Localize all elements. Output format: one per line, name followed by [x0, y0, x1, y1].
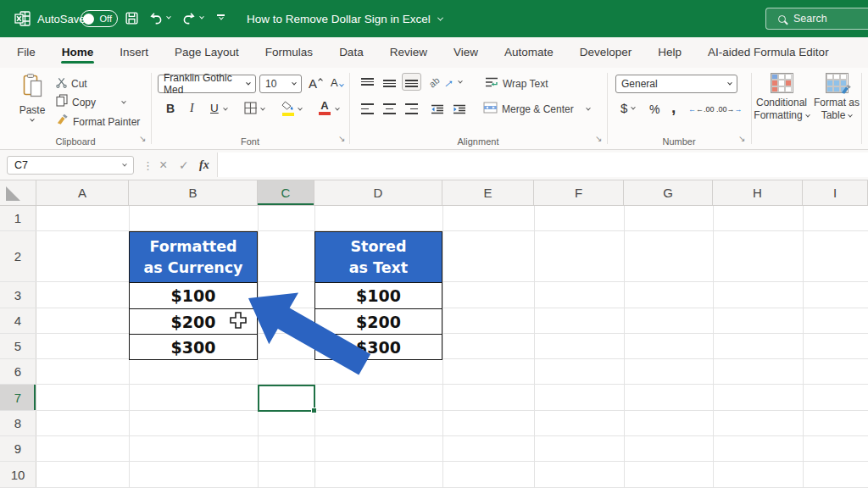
column-header-D[interactable]: D — [314, 180, 442, 205]
top-align-button[interactable] — [361, 78, 374, 89]
merge-center-button[interactable]: Merge & Center — [483, 102, 590, 117]
percent-style-button[interactable]: % — [649, 103, 659, 116]
excel-app-icon[interactable] — [14, 9, 32, 28]
bottom-align-button[interactable] — [402, 73, 421, 91]
name-box[interactable]: C7 — [7, 156, 134, 175]
increase-font-size-button[interactable]: A — [309, 76, 322, 91]
currency-table-header[interactable]: Formatted as Currency — [130, 232, 257, 282]
fill-handle[interactable] — [311, 408, 317, 413]
tab-view[interactable]: View — [452, 37, 480, 68]
text-table-header[interactable]: Stored as Text — [315, 232, 442, 282]
underline-dropdown-icon[interactable] — [223, 106, 228, 111]
wrap-text-button[interactable]: Wrap Text — [485, 76, 548, 92]
column-header-A[interactable]: A — [36, 180, 129, 205]
select-all-button[interactable] — [0, 180, 36, 205]
decrease-decimal-button[interactable]: .00→→ — [716, 105, 743, 114]
tab-ai-formula-editor[interactable]: AI-aided Formula Editor — [706, 37, 831, 68]
tab-data[interactable]: Data — [337, 37, 365, 68]
row-header-1[interactable]: 1 — [0, 206, 36, 230]
formula-input[interactable] — [217, 152, 868, 177]
tab-review[interactable]: Review — [388, 37, 429, 68]
row-header-7[interactable]: 7 — [0, 385, 36, 410]
increase-indent-button[interactable] — [453, 103, 466, 119]
row-header-9[interactable]: 9 — [0, 436, 36, 461]
tab-home[interactable]: Home — [60, 37, 96, 68]
row-header-4[interactable]: 4 — [0, 308, 36, 333]
font-color-dropdown-icon[interactable] — [335, 106, 340, 111]
tab-formulas[interactable]: Formulas — [264, 37, 314, 68]
row-header-5[interactable]: 5 — [0, 334, 36, 358]
middle-align-button[interactable] — [383, 78, 396, 89]
decrease-font-size-button[interactable]: A — [331, 76, 343, 89]
decrease-indent-button[interactable] — [431, 103, 444, 119]
row-header-10[interactable]: 10 — [0, 462, 36, 487]
clipboard-dialog-launcher-icon[interactable]: ↘ — [139, 135, 146, 143]
italic-button[interactable]: I — [190, 102, 194, 115]
row-header-2[interactable]: 2 — [0, 231, 36, 281]
cell-D3[interactable]: $100 — [315, 282, 442, 308]
bold-button[interactable]: B — [166, 102, 175, 115]
currency-format-button[interactable]: $ — [620, 101, 635, 115]
row-header-3[interactable]: 3 — [0, 282, 36, 308]
column-header-E[interactable]: E — [442, 180, 534, 205]
cut-button[interactable]: Cut — [56, 76, 87, 92]
grid-cells-row-7[interactable] — [36, 385, 868, 410]
align-center-button[interactable] — [383, 103, 396, 114]
cancel-icon[interactable]: × — [159, 156, 167, 175]
column-header-B[interactable]: B — [129, 180, 258, 205]
undo-dropdown-icon[interactable] — [167, 16, 170, 19]
font-color-button[interactable]: A — [319, 100, 331, 115]
increase-decimal-button[interactable]: ←←.00 — [688, 105, 715, 114]
autosave-toggle[interactable]: Off — [81, 10, 118, 27]
search-input[interactable]: Search — [765, 8, 868, 30]
selected-cell-C7[interactable] — [258, 385, 315, 412]
cell-D4[interactable]: $200 — [315, 308, 442, 334]
redo-icon[interactable] — [181, 11, 196, 25]
redo-dropdown-icon[interactable] — [200, 16, 203, 19]
format-painter-button[interactable]: Format Painter — [56, 114, 140, 130]
grid-cells-row-1[interactable] — [36, 206, 868, 230]
tab-automate[interactable]: Automate — [503, 37, 555, 68]
enter-icon[interactable]: ✓ — [179, 156, 189, 175]
column-header-H[interactable]: H — [713, 180, 803, 205]
font-name-select[interactable]: Franklin Gothic Med — [158, 75, 256, 93]
align-right-button[interactable] — [405, 103, 418, 114]
format-as-table-button[interactable]: Format as Table — [812, 73, 861, 122]
copy-button[interactable]: Copy — [56, 94, 125, 110]
borders-dropdown-icon[interactable] — [260, 106, 265, 111]
comma-style-button[interactable]: , — [671, 98, 676, 117]
tab-insert[interactable]: Insert — [118, 37, 150, 68]
cell-D5[interactable]: $300 — [315, 334, 442, 359]
cell-B3[interactable]: $100 — [130, 282, 257, 308]
row-header-8[interactable]: 8 — [0, 411, 36, 435]
tab-file[interactable]: File — [15, 37, 37, 68]
grid-cells-row-8[interactable] — [36, 411, 868, 435]
alignment-dialog-launcher-icon[interactable]: ↘ — [595, 135, 602, 143]
insert-function-icon[interactable]: fx — [199, 156, 209, 175]
cell-B5[interactable]: $300 — [130, 334, 257, 359]
font-dialog-launcher-icon[interactable]: ↘ — [338, 135, 345, 143]
quick-access-toolbar-icon[interactable] — [217, 14, 225, 20]
fill-color-dropdown-icon[interactable] — [298, 106, 303, 111]
row-header-6[interactable]: 6 — [0, 359, 36, 384]
underline-button[interactable]: U — [210, 102, 219, 114]
name-box-resize-handle[interactable]: ⋮ — [142, 156, 153, 175]
column-header-C[interactable]: C — [258, 180, 314, 205]
grid-cells-row-6[interactable] — [36, 359, 868, 384]
undo-icon[interactable] — [149, 11, 164, 25]
tab-page-layout[interactable]: Page Layout — [173, 37, 241, 68]
fill-color-button[interactable] — [281, 101, 294, 116]
number-format-select[interactable]: General — [615, 75, 737, 93]
grid-cells-row-10[interactable] — [36, 462, 868, 487]
tab-help[interactable]: Help — [656, 37, 683, 68]
borders-button[interactable] — [244, 102, 257, 118]
cell-B4[interactable]: $200 — [130, 308, 257, 334]
column-header-G[interactable]: G — [624, 180, 713, 205]
tab-developer[interactable]: Developer — [578, 37, 634, 68]
column-header-F[interactable]: F — [534, 180, 624, 205]
font-size-select[interactable]: 10 — [259, 75, 302, 93]
conditional-formatting-button[interactable]: Conditional Formatting — [754, 73, 809, 122]
save-icon[interactable] — [125, 11, 139, 25]
column-header-I[interactable]: I — [803, 180, 868, 205]
number-dialog-launcher-icon[interactable]: ↘ — [738, 135, 745, 143]
